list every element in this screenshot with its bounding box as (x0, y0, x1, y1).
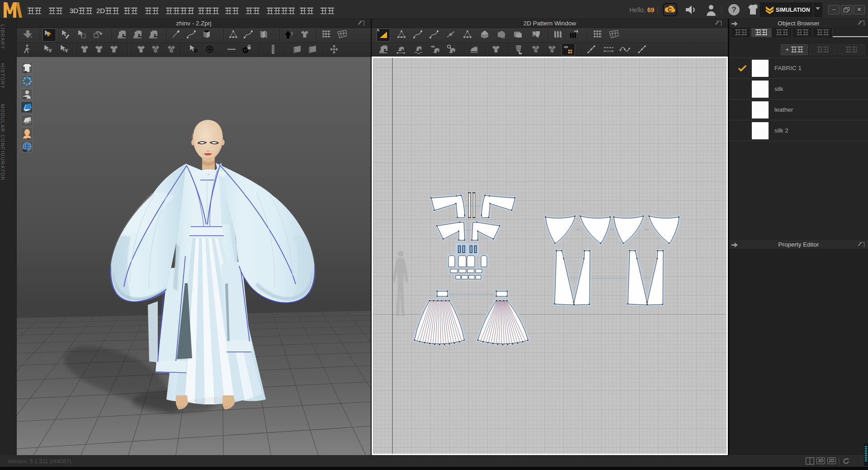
svg-text:C: C (668, 7, 672, 13)
